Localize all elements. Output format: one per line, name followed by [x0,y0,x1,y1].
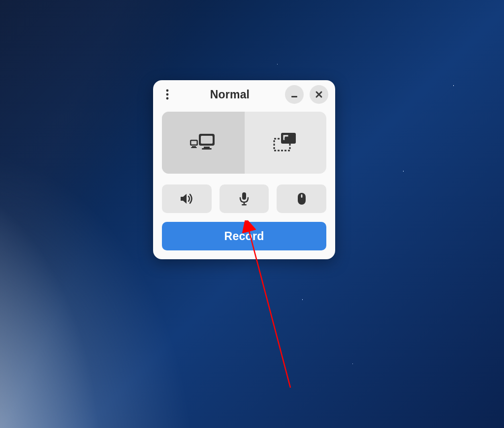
mouse-icon [297,192,307,206]
close-icon [315,91,323,98]
svg-rect-5 [201,136,213,144]
selection-capture-icon [271,131,300,154]
svg-point-1 [166,93,169,96]
svg-rect-10 [192,146,196,147]
window-title: Normal [175,88,285,101]
svg-rect-14 [242,192,246,200]
speaker-icon [179,192,194,205]
svg-rect-18 [301,194,302,198]
capture-selection-button[interactable] [245,112,327,174]
svg-rect-6 [204,147,210,148]
kebab-icon [166,89,169,100]
option-row [162,184,326,213]
svg-point-2 [166,97,169,100]
svg-rect-9 [191,141,197,145]
svg-point-0 [166,90,169,92]
record-microphone-button[interactable] [220,184,269,213]
capture-mode-selector [162,112,326,174]
minimize-button[interactable] [285,85,304,104]
screen-capture-icon [187,131,219,154]
minimize-icon [290,91,298,98]
microphone-icon [239,192,250,206]
desktop-wallpaper: Normal [0,0,504,428]
screen-recorder-window: Normal [153,80,335,259]
capture-screen-button[interactable] [162,112,244,174]
record-sound-button[interactable] [162,184,212,213]
record-button-label: Record [224,230,264,243]
svg-rect-7 [202,148,212,150]
svg-rect-3 [291,96,297,97]
svg-rect-16 [242,204,247,206]
menu-button[interactable] [160,85,175,104]
svg-rect-11 [191,147,197,148]
window-controls [285,85,328,104]
close-button[interactable] [310,85,328,104]
show-pointer-button[interactable] [277,184,326,213]
titlebar: Normal [153,80,335,109]
record-button[interactable]: Record [162,222,326,250]
